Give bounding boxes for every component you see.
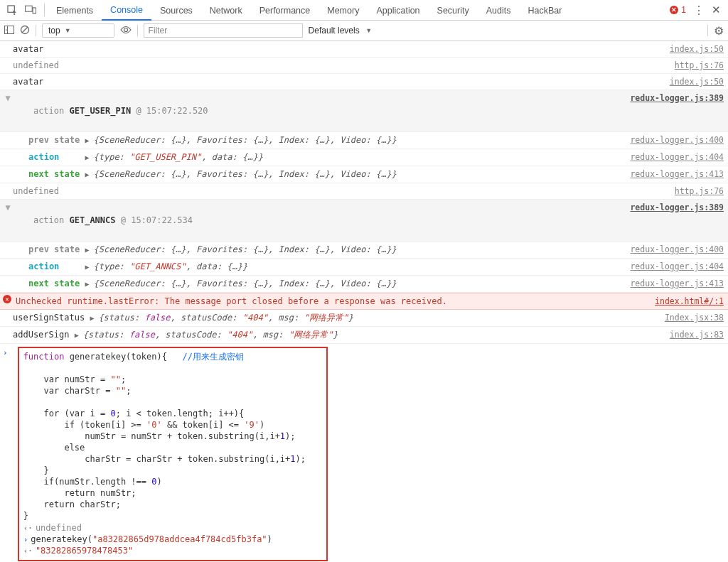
- tab-network[interactable]: Network: [201, 1, 251, 20]
- log-text: avatar: [13, 43, 663, 55]
- log-row[interactable]: prev state ▶{SceneReducer: {…}, Favorite…: [0, 242, 728, 259]
- chevron-down-icon: ▼: [65, 27, 71, 34]
- src-link[interactable]: redux-logger.js:400: [623, 243, 724, 256]
- tab-sources[interactable]: Sources: [151, 1, 201, 20]
- expand-arrow-icon[interactable]: ▶: [90, 312, 98, 325]
- output-prompt-icon: ‹·: [23, 524, 36, 533]
- return-value: "83282865978478453": [36, 546, 133, 556]
- context-label: top: [48, 26, 60, 36]
- tab-hackbar[interactable]: HackBar: [519, 1, 570, 20]
- device-toggle-icon[interactable]: [23, 2, 38, 18]
- src-link[interactable]: redux-logger.js:404: [623, 151, 724, 163]
- group-prefix: action: [33, 215, 70, 225]
- state-label: prev state: [28, 135, 80, 145]
- src-link[interactable]: redux-logger.js:389: [623, 201, 724, 214]
- tab-audits[interactable]: Audits: [478, 1, 520, 20]
- log-row[interactable]: userSignStatus ▶{status: false, statusCo…: [0, 310, 728, 327]
- context-select[interactable]: top ▼: [42, 23, 114, 38]
- code-input[interactable]: function generatekey(token){ //用来生成密钥 va…: [23, 351, 322, 522]
- src-link[interactable]: redux-logger.js:404: [623, 260, 724, 273]
- return-value: undefined: [36, 523, 82, 533]
- gear-icon[interactable]: ⚙: [714, 24, 724, 38]
- state-body: {SceneReducer: {…}, Favorites: {…}, Inde…: [93, 169, 396, 179]
- action-name: GET_USER_PIN: [69, 106, 131, 116]
- clear-console-icon[interactable]: [20, 25, 30, 37]
- src-link[interactable]: index.js:50: [663, 43, 724, 55]
- levels-label: Default levels: [309, 26, 360, 36]
- error-count-badge[interactable]: ✕ 1: [670, 5, 686, 15]
- src-link[interactable]: redux-logger.js:413: [623, 277, 724, 290]
- tab-console[interactable]: Console: [102, 0, 151, 21]
- close-icon[interactable]: ✕: [712, 4, 721, 16]
- expand-arrow-icon[interactable]: ▶: [75, 329, 83, 342]
- log-row[interactable]: prev state ▶{SceneReducer: {…}, Favorite…: [0, 132, 728, 149]
- code-input-line[interactable]: generatekey("a83282865d978addcea4f784cd5…: [31, 534, 272, 544]
- src-link[interactable]: redux-logger.js:400: [623, 134, 724, 146]
- state-body: {SceneReducer: {…}, Favorites: {…}, Inde…: [93, 135, 396, 145]
- src-link[interactable]: Index.jsx:38: [658, 311, 724, 324]
- disclosure-triangle-icon[interactable]: ▼: [3, 201, 13, 214]
- svg-marker-5: [6, 28, 7, 31]
- console-toolbar: top ▼ Filter Default levels ▼ ⚙: [0, 21, 728, 41]
- chevron-down-icon: ▼: [364, 27, 372, 34]
- state-label: next state: [28, 169, 80, 179]
- src-link[interactable]: http.js:76: [668, 185, 724, 198]
- filter-input[interactable]: Filter: [144, 23, 303, 38]
- expand-arrow-icon[interactable]: ▶: [85, 134, 93, 147]
- kebab-menu-icon[interactable]: ⋮: [693, 4, 705, 17]
- tab-application[interactable]: Application: [368, 1, 428, 20]
- src-link[interactable]: redux-logger.js:413: [623, 168, 724, 180]
- log-text: undefined: [13, 185, 668, 198]
- src-link[interactable]: redux-logger.js:389: [623, 92, 724, 104]
- state-label: prev state: [28, 244, 80, 254]
- error-icon: ✕: [3, 295, 11, 303]
- error-text: Unchecked runtime.lastError: The message…: [16, 295, 648, 308]
- expand-arrow-icon[interactable]: ▶: [85, 151, 93, 164]
- devtools-tabs: Elements Console Sources Network Perform…: [48, 0, 670, 20]
- devtools-topbar: Elements Console Sources Network Perform…: [0, 0, 728, 21]
- state-label: action: [28, 152, 59, 162]
- inspect-icon[interactable]: [4, 2, 20, 18]
- highlighted-code-block: function generatekey(token){ //用来生成密钥 va…: [18, 347, 328, 561]
- log-group-header[interactable]: ▼ action GET_ANNCS @ 15:07:22.534 redux-…: [0, 200, 728, 242]
- src-link[interactable]: index.html#/:1: [648, 295, 724, 308]
- svg-point-8: [124, 28, 127, 31]
- log-text: undefined: [13, 59, 668, 72]
- tab-security[interactable]: Security: [429, 1, 478, 20]
- input-prompt-icon: ›: [0, 344, 8, 357]
- log-row[interactable]: undefined http.js:76: [0, 58, 728, 74]
- tab-performance[interactable]: Performance: [251, 1, 319, 20]
- sidebar-toggle-icon[interactable]: [4, 26, 14, 36]
- svg-rect-2: [33, 8, 36, 13]
- expand-arrow-icon[interactable]: ▶: [85, 244, 93, 256]
- state-body: {SceneReducer: {…}, Favorites: {…}, Inde…: [93, 279, 396, 288]
- group-prefix: action: [33, 106, 70, 116]
- expand-arrow-icon[interactable]: ▶: [85, 168, 93, 181]
- tab-elements[interactable]: Elements: [48, 1, 102, 20]
- src-link[interactable]: index.js:83: [663, 328, 724, 341]
- src-link[interactable]: index.js:50: [663, 75, 724, 88]
- expand-arrow-icon[interactable]: ▶: [85, 278, 93, 291]
- log-row[interactable]: avatar index.js:50: [0, 41, 728, 58]
- console-output: avatar index.js:50 undefined http.js:76 …: [0, 41, 728, 562]
- log-row[interactable]: avatar index.js:50: [0, 74, 728, 90]
- expand-arrow-icon[interactable]: ▶: [85, 261, 93, 274]
- live-expression-icon[interactable]: [120, 26, 132, 36]
- log-levels-select[interactable]: Default levels ▼: [309, 26, 372, 36]
- log-row[interactable]: undefined http.js:76: [0, 183, 728, 200]
- error-row[interactable]: ✕ Unchecked runtime.lastError: The messa…: [0, 293, 728, 310]
- tab-memory[interactable]: Memory: [318, 1, 368, 20]
- log-row[interactable]: next state ▶{SceneReducer: {…}, Favorite…: [0, 276, 728, 293]
- log-row[interactable]: action ▶{type: "GET_ANNCS", data: {…}} r…: [0, 259, 728, 276]
- timestamp: @ 15:07:22.534: [121, 215, 193, 225]
- error-icon: ✕: [670, 6, 678, 14]
- log-row[interactable]: action ▶{type: "GET_USER_PIN", data: {…}…: [0, 149, 728, 166]
- log-label: addUserSign: [13, 330, 69, 340]
- error-count: 1: [681, 5, 686, 15]
- src-link[interactable]: http.js:76: [668, 59, 724, 72]
- log-group-header[interactable]: ▼ action GET_USER_PIN @ 15:07:22.520 red…: [0, 90, 728, 132]
- log-row[interactable]: addUserSign ▶{status: false, statusCode:…: [0, 327, 728, 344]
- disclosure-triangle-icon[interactable]: ▼: [3, 92, 13, 104]
- log-row[interactable]: next state ▶{SceneReducer: {…}, Favorite…: [0, 166, 728, 183]
- svg-line-7: [22, 27, 28, 33]
